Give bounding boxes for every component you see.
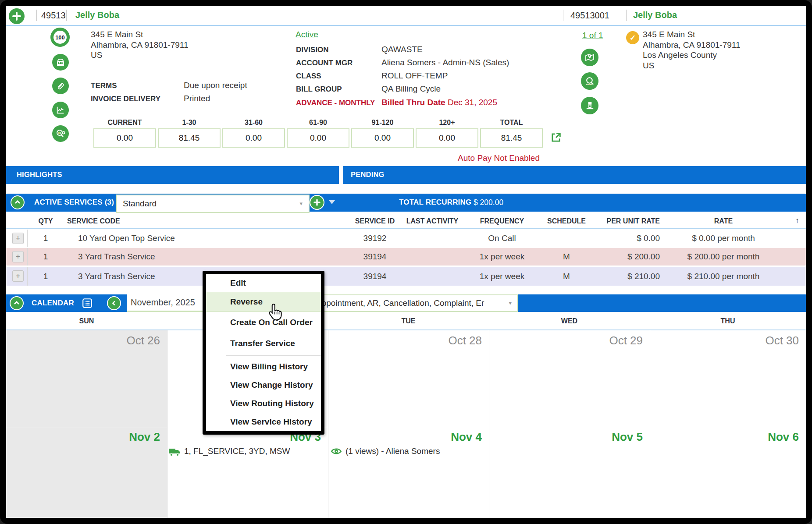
- aging-col-91-120: 91-120: [351, 119, 414, 127]
- cell-per-unit: $ 200.00: [603, 252, 660, 262]
- highlights-section-bar[interactable]: HIGHLIGHTS: [6, 166, 339, 184]
- agenda-list-button[interactable]: [82, 297, 93, 311]
- service-row-selected[interactable]: + 1 3 Yard Trash Service 39194 1x per we…: [6, 267, 806, 286]
- aging-col-current: CURRENT: [93, 119, 156, 127]
- total-recurring-value: $ 200.00: [474, 198, 503, 207]
- cell-per-unit: $ 0.00: [603, 234, 660, 243]
- expand-row-button[interactable]: +: [12, 270, 24, 282]
- cell-frequency: 1x per week: [474, 272, 531, 281]
- score-gauge-icon[interactable]: 100: [50, 28, 70, 47]
- divider: [27, 267, 28, 286]
- col-rate[interactable]: RATE: [671, 217, 776, 225]
- expand-row-button[interactable]: +: [12, 251, 24, 262]
- col-service-code[interactable]: SERVICE CODE: [67, 217, 120, 225]
- calendar-title: CALENDAR: [32, 299, 74, 308]
- terms-label: TERMS: [91, 81, 117, 90]
- site-name[interactable]: Jelly Boba: [633, 10, 677, 20]
- col-schedule[interactable]: SCHEDULE: [547, 217, 586, 225]
- account-mgr-label: ACCOUNT MGR: [296, 59, 353, 67]
- calendar-filter-select[interactable]: Appointment, AR, Cancellation, Complaint…: [309, 294, 518, 312]
- grid-line: [650, 330, 650, 518]
- col-qty[interactable]: QTY: [37, 217, 54, 225]
- service-view-select[interactable]: Standard ▾: [116, 195, 310, 213]
- add-account-button[interactable]: [9, 8, 25, 24]
- search-01-icon[interactable]: 01: [52, 125, 69, 142]
- menu-item-reverse[interactable]: Reverse: [206, 292, 321, 312]
- col-frequency[interactable]: FREQUENCY: [474, 217, 531, 225]
- chart-icon[interactable]: [52, 102, 69, 118]
- class-label: CLASS: [296, 72, 321, 81]
- calendar-bar-left: CALENDAR: [6, 294, 127, 312]
- printer-icon[interactable]: [581, 97, 598, 114]
- aging-value-120plus: 0.00: [416, 128, 478, 148]
- fax-machine-icon[interactable]: [52, 54, 69, 71]
- calendar-cell-date[interactable]: Nov 6: [650, 430, 799, 444]
- add-service-button[interactable]: [310, 195, 324, 210]
- col-service-id[interactable]: SERVICE ID: [349, 217, 401, 225]
- service-row[interactable]: + 1 10 Yard Open Top Service 39192 On Ca…: [6, 230, 806, 247]
- calendar-event[interactable]: 1, FL_SERVICE, 3YD, MSW: [184, 446, 290, 456]
- invoice-delivery-value: Printed: [184, 94, 210, 103]
- calendar-event[interactable]: (1 views) - Aliena Somers: [345, 446, 440, 456]
- menu-item-view-billing-history[interactable]: View Billing History: [206, 358, 321, 376]
- calendar-cell-date[interactable]: Oct 29: [489, 334, 643, 347]
- col-last-activity[interactable]: LAST ACTIVITY: [399, 217, 465, 225]
- cell-frequency: 1x per week: [474, 252, 531, 262]
- calendar-cell-date[interactable]: Nov 4: [328, 430, 482, 444]
- prev-month-button[interactable]: [107, 296, 121, 310]
- list-icon: [82, 297, 93, 309]
- menu-item-transfer-service[interactable]: Transfer Service: [206, 333, 321, 354]
- site-pager[interactable]: 1 of 1: [582, 31, 603, 40]
- divider: [66, 10, 67, 21]
- calendar-month[interactable]: November, 2025: [131, 297, 195, 308]
- collapse-services-button[interactable]: [11, 195, 25, 209]
- expand-row-button[interactable]: +: [12, 233, 24, 244]
- cell-service-id: 39192: [349, 234, 401, 243]
- grid-line: [328, 330, 328, 518]
- division-label: DIVISION: [296, 46, 329, 54]
- map-icon[interactable]: [581, 49, 598, 66]
- paperclip-icon[interactable]: [52, 78, 69, 94]
- highlights-title: HIGHLIGHTS: [6, 166, 339, 179]
- service-row[interactable]: + 1 3 Yard Trash Service 39194 1x per we…: [6, 248, 806, 266]
- sort-asc-icon[interactable]: ↑: [795, 216, 799, 225]
- menu-item-edit[interactable]: Edit: [206, 274, 321, 292]
- cell-service-code: 3 Yard Trash Service: [78, 252, 155, 262]
- svg-text:www: www: [585, 83, 592, 85]
- billed-thru-date: Dec 31, 2025: [445, 98, 497, 107]
- menu-item-view-service-history[interactable]: View Service History: [206, 413, 321, 431]
- aging-col-31-60: 31-60: [222, 119, 285, 127]
- hand-cursor-icon: [267, 303, 284, 323]
- calendar-cell-date[interactable]: Oct 26: [6, 334, 160, 347]
- account-mgr-value: Aliena Somers - Admin-NS (Sales): [381, 58, 509, 67]
- cell-qty: 1: [37, 234, 54, 243]
- chevron-left-icon: [111, 300, 117, 306]
- chevron-up-icon: [13, 300, 20, 307]
- billing-cycle-label: ADVANCE - MONTHLY: [296, 99, 375, 107]
- collapse-calendar-button[interactable]: [10, 296, 24, 310]
- menu-item-create-on-call-order[interactable]: Create On Call Order: [206, 312, 321, 333]
- address-line: US: [91, 50, 189, 60]
- menu-item-view-change-history[interactable]: View Change History: [206, 376, 321, 394]
- calendar-cell-date[interactable]: Oct 28: [328, 334, 482, 347]
- service-context-menu: Edit Reverse Create On Call Order Transf…: [203, 271, 324, 435]
- header-separator: [6, 25, 806, 26]
- external-link-icon: [550, 131, 562, 144]
- aging-value-1-30: 81.45: [158, 128, 221, 148]
- add-service-caret[interactable]: [329, 200, 335, 204]
- calendar-cell-date[interactable]: Oct 30: [650, 334, 799, 347]
- pending-section-bar[interactable]: PENDING: [343, 166, 806, 184]
- eye-icon: [331, 446, 342, 458]
- account-name[interactable]: Jelly Boba: [75, 10, 119, 20]
- billing-address: 345 E Main St Alhambra, CA 91801-7911 US: [91, 29, 189, 60]
- plus-icon: [12, 11, 21, 21]
- aging-export-button[interactable]: [550, 131, 562, 145]
- calendar-cell-date[interactable]: Nov 2: [6, 430, 160, 444]
- address-line: Los Angeles County: [643, 50, 741, 60]
- col-per-unit-rate[interactable]: PER UNIT RATE: [590, 217, 660, 225]
- menu-item-view-routing-history[interactable]: View Routing History: [206, 394, 321, 413]
- status-link[interactable]: Active: [296, 30, 318, 39]
- aging-col-1-30: 1-30: [158, 119, 221, 127]
- calendar-cell-date[interactable]: Nov 5: [489, 430, 643, 444]
- web-search-icon[interactable]: www: [581, 72, 598, 90]
